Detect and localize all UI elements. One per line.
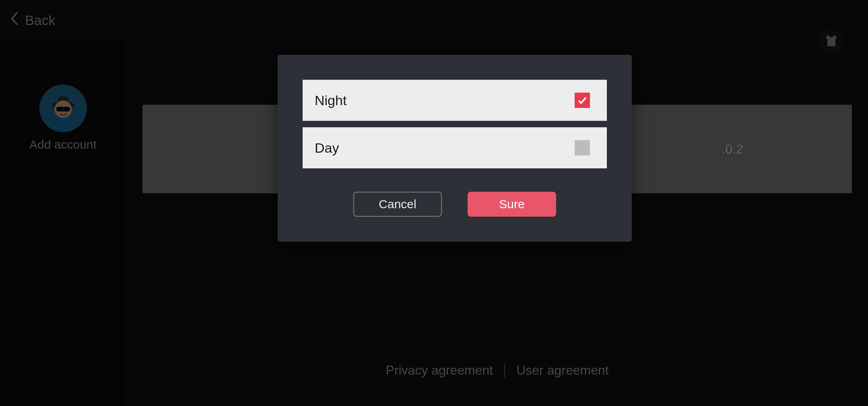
option-day[interactable]: Day [303, 127, 607, 168]
sure-button[interactable]: Sure [468, 192, 556, 217]
option-night[interactable]: Night [303, 80, 607, 121]
checkbox-checked-icon [575, 93, 590, 108]
option-label: Night [315, 93, 346, 108]
theme-select-dialog: Night Day Cancel Sure [278, 55, 632, 242]
dialog-actions: Cancel Sure [303, 192, 607, 217]
checkbox-unchecked-icon [575, 140, 590, 155]
cancel-button[interactable]: Cancel [353, 192, 442, 217]
option-label: Day [315, 140, 339, 156]
option-list: Night Day [303, 80, 607, 168]
